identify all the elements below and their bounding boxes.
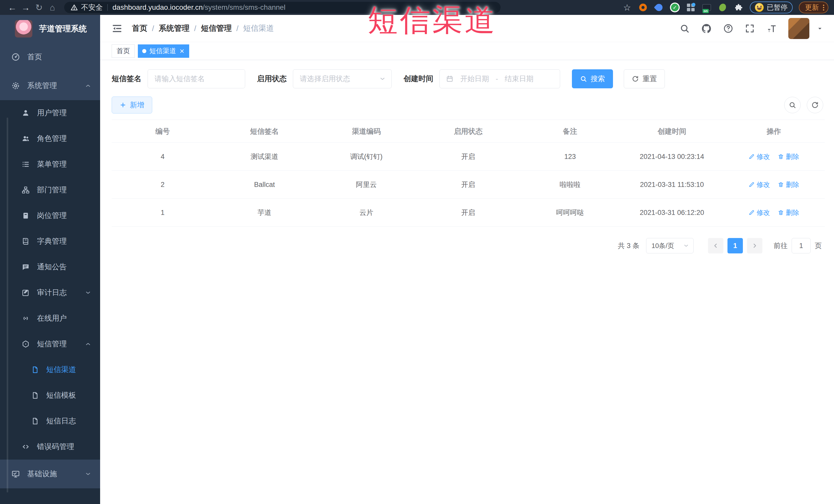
sign-input[interactable] [148,70,245,88]
user-avatar[interactable] [788,18,809,39]
browser-back-icon[interactable]: ← [6,3,19,13]
extension-sprout-icon[interactable] [718,2,728,13]
breadcrumb-item[interactable]: 系统管理 [159,23,190,34]
sidebar-item-label: 用户管理 [37,108,67,118]
page-size-select[interactable]: 10条/页 [646,238,694,254]
breadcrumb-item[interactable]: 短信管理 [201,23,232,34]
sidebar-item-roles[interactable]: 角色管理 [0,126,100,152]
browser-menu-icon[interactable] [823,5,824,10]
cell-actions: 修改 删除 [723,171,825,199]
sidebar-item-sms-template[interactable]: 短信模板 [0,382,100,408]
main-area: 首页 / 系统管理 / 短信管理 / 短信渠道 [100,15,834,504]
sidebar-item-system[interactable]: 系统管理 [0,71,100,100]
code-icon [22,443,30,451]
sidebar-item-error-codes[interactable]: 错误码管理 [0,434,100,460]
github-icon[interactable] [701,23,712,34]
sidebar-item-menus[interactable]: 菜单管理 [0,152,100,177]
font-size-icon[interactable] [766,23,777,34]
hide-search-button[interactable] [784,97,800,113]
status-select[interactable]: 请选择启用状态 [293,69,392,88]
edit-link[interactable]: 修改 [748,180,770,189]
book-icon [22,237,30,245]
extension-location-pin-icon[interactable] [654,2,664,13]
search-icon[interactable] [679,23,690,34]
extension-orange-donut-icon[interactable] [638,2,648,13]
help-icon[interactable] [723,23,733,34]
sidebar-item-infra[interactable]: 基础设施 [0,460,100,488]
org-tree-icon [22,186,30,194]
signal-icon [22,314,30,323]
reset-button[interactable]: 重置 [624,69,665,88]
trash-icon [778,154,784,160]
sidebar-logo-row[interactable]: 芋道管理系统 [0,15,100,43]
sidebar-scrollbar[interactable] [7,117,8,492]
breadcrumb-separator: / [152,24,154,33]
sidebar-item-audit-log[interactable]: 审计日志 [0,280,100,306]
browser-toolbar: ← → ↻ ⌂ 不安全 dashboard.yudao.iocoder.cn /… [0,0,834,15]
tab-sms-channel[interactable]: 短信渠道 [138,44,189,58]
sidebar-item-sms-log[interactable]: 短信日志 [0,408,100,434]
plus-icon [119,102,126,108]
caret-down-icon[interactable] [816,25,824,32]
cell-sign: Ballcat [214,171,315,199]
sidebar-item-label: 通知公告 [37,262,67,272]
sign-label: 短信签名 [112,74,141,84]
search-button[interactable]: 搜索 [572,69,613,88]
delete-link[interactable]: 删除 [778,208,799,217]
delete-link[interactable]: 删除 [778,152,799,161]
extension-grid-icon[interactable] [686,2,696,13]
extension-green-check-icon[interactable]: ✓ [670,2,680,13]
sidebar-item-label: 岗位管理 [37,211,67,221]
delete-link[interactable]: 删除 [778,180,799,189]
sidebar-item-users[interactable]: 用户管理 [0,100,100,126]
date-range-picker[interactable]: 开始日期 - 结束日期 [439,69,560,88]
sidebar-item-label: 短信日志 [46,416,76,426]
url-bar[interactable]: 不安全 dashboard.yudao.iocoder.cn /system/s… [64,2,501,13]
sidebar-item-online-users[interactable]: 在线用户 [0,306,100,331]
browser-forward-icon[interactable]: → [19,3,32,13]
status-placeholder: 请选择启用状态 [300,74,350,84]
cell-remark: 123 [519,143,621,171]
sidebar-item-home[interactable]: 首页 [0,43,100,71]
badge-icon [22,212,30,220]
goto-page-input[interactable] [792,238,811,254]
sms-channel-table: 编号 短信签名 渠道编码 启用状态 备注 创建时间 操作 4 测试渠道 调试(钉… [112,119,825,227]
sidebar-item-label: 错误码管理 [37,442,74,452]
sidebar-item-label: 部门管理 [37,185,67,195]
prev-page-button[interactable] [708,238,723,254]
document-icon [31,392,39,399]
sidebar-item-depts[interactable]: 部门管理 [0,177,100,203]
extensions-puzzle-icon[interactable] [733,2,744,13]
breadcrumb-item[interactable]: 首页 [132,23,147,34]
page-number-1[interactable]: 1 [727,238,743,254]
sidebar-item-sms[interactable]: 短信管理 [0,331,100,357]
browser-update-button[interactable]: 更新 [799,2,828,13]
edit-link[interactable]: 修改 [748,208,770,217]
breadcrumb: 首页 / 系统管理 / 短信管理 / 短信渠道 [132,23,274,34]
fullscreen-icon[interactable] [745,23,755,34]
sidebar-item-posts[interactable]: 岗位管理 [0,203,100,228]
add-button[interactable]: 新增 [112,96,152,113]
column-header: 编号 [112,120,214,143]
next-page-button[interactable] [747,238,762,254]
edit-square-icon [22,289,30,297]
chevron-down-icon [85,470,91,477]
list-icon [22,160,30,169]
sidebar-item-notices[interactable]: 通知公告 [0,254,100,280]
cell-created: 2021-03-31 06:12:20 [621,199,723,227]
close-icon[interactable] [179,48,185,54]
sidebar-item-dicts[interactable]: 字典管理 [0,228,100,254]
refresh-table-button[interactable] [807,97,823,113]
edit-link[interactable]: 修改 [748,152,770,161]
sidebar-item-sms-channel[interactable]: 短信渠道 [0,357,100,382]
collapse-menu-icon[interactable] [111,23,123,34]
extension-on-badge-icon[interactable]: on [702,2,712,13]
sidebar-item-label: 在线用户 [37,313,67,324]
total-count: 共 3 条 [618,241,639,250]
tab-home[interactable]: 首页 [112,44,135,58]
browser-reload-icon[interactable]: ↻ [32,2,46,13]
monitor-icon [11,469,20,478]
extension-paused-pill[interactable]: 已暂停 [750,2,793,13]
bookmark-star-icon[interactable]: ☆ [622,2,632,13]
browser-home-icon[interactable]: ⌂ [46,3,59,13]
